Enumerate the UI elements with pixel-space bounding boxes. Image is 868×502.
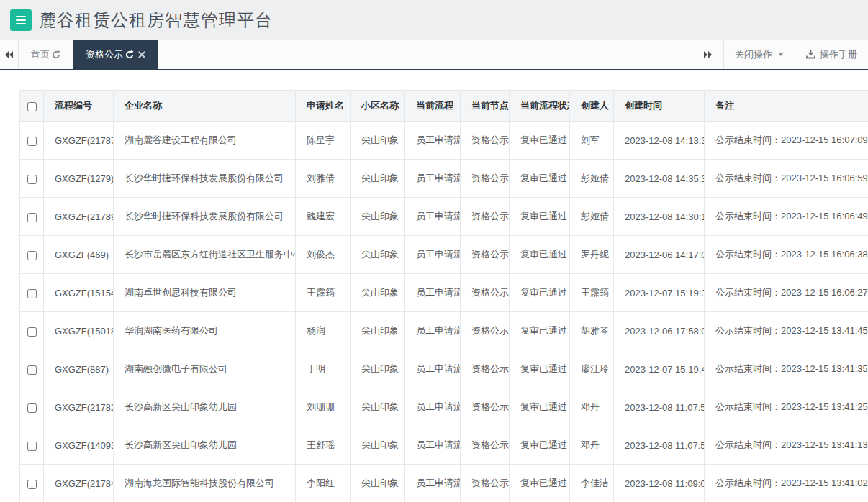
app-header: 麓谷租赁公租房智慧管理平台 xyxy=(0,0,868,40)
table-cell: 魏建宏 xyxy=(296,198,351,236)
table-cell: 李佳洁 xyxy=(570,465,614,502)
table-cell: 员工申请流程 xyxy=(405,160,461,198)
table-cell: 尖山印象 xyxy=(351,274,405,312)
table-cell: 长沙高新区尖山印象幼儿园 xyxy=(114,426,296,465)
tab-label: 首页 xyxy=(31,48,50,61)
row-select-cell xyxy=(20,274,44,312)
table-cell: 复审已通过 xyxy=(510,122,570,160)
column-header: 流程编号 xyxy=(44,91,114,122)
table-cell: 公示结束时间：2023-12-15 13:41:35 xyxy=(705,350,868,388)
table-cell: 彭娅倩 xyxy=(570,198,614,236)
tab-qualification-publicity[interactable]: 资格公示 xyxy=(73,40,158,69)
table-cell: 尖山印象 xyxy=(351,236,405,274)
table-row: GXGZF(14093)长沙高新区尖山印象幼儿园王舒瑶尖山印象员工申请流程资格公… xyxy=(20,426,868,465)
row-checkbox[interactable] xyxy=(27,480,37,489)
table-cell: 公示结束时间：2023-12-15 13:41:45 xyxy=(705,312,868,350)
close-operations-dropdown[interactable]: 关闭操作 xyxy=(723,40,795,69)
row-checkbox[interactable] xyxy=(27,251,37,260)
table-cell: 资格公示 xyxy=(461,426,510,465)
refresh-icon[interactable] xyxy=(52,50,60,59)
table-cell: 湖南麓谷建设工程有限公司 xyxy=(114,122,296,160)
table-cell: GXGZF(21784) xyxy=(44,465,114,502)
column-header: 企业名称 xyxy=(114,91,296,122)
tabs-container: 首页 资格公示 xyxy=(19,40,158,69)
row-checkbox[interactable] xyxy=(27,327,37,337)
table-cell: 员工申请流程 xyxy=(405,388,461,426)
table-cell: 杨润 xyxy=(296,312,351,350)
tab-home[interactable]: 首页 xyxy=(19,40,73,69)
table-cell: 员工申请流程 xyxy=(405,465,461,502)
column-header: 创建时间 xyxy=(614,91,705,122)
table-cell: 长沙华时捷环保科技发展股份有限公司 xyxy=(114,160,296,198)
table-cell: 罗丹妮 xyxy=(570,236,614,274)
scroll-tabs-right-button[interactable] xyxy=(692,40,723,69)
table-cell: 李阳红 xyxy=(296,465,351,502)
scroll-tabs-left-button[interactable] xyxy=(0,40,19,69)
row-checkbox[interactable] xyxy=(27,365,37,375)
row-checkbox[interactable] xyxy=(27,137,37,146)
table-cell: 复审已通过 xyxy=(510,236,570,274)
table-cell: GXGZF(887) xyxy=(44,350,114,388)
table-cell: 彭娅倩 xyxy=(570,160,614,198)
column-header: 小区名称 xyxy=(351,91,405,122)
table-cell: 湖南融创微电子有限公司 xyxy=(114,350,296,388)
table-row: GXGZF(21784)湖南海龙国际智能科技股份有限公司李阳红尖山印象员工申请流… xyxy=(20,465,868,502)
table-cell: 复审已通过 xyxy=(510,350,570,388)
table-cell: 员工申请流程 xyxy=(405,350,461,388)
refresh-icon[interactable] xyxy=(125,50,134,59)
column-header: 备注 xyxy=(705,91,868,122)
row-checkbox[interactable] xyxy=(27,175,37,184)
table-row: GXGZF(469)长沙市岳麓区东方红街道社区卫生服务中心刘俊杰尖山印象员工申请… xyxy=(20,236,868,274)
menu-button[interactable] xyxy=(10,9,32,31)
table-cell: 资格公示 xyxy=(461,198,510,236)
operation-manual-button[interactable]: 操作手册 xyxy=(795,40,868,69)
column-header: 当前节点 xyxy=(461,91,510,122)
table-cell: 复审已通过 xyxy=(510,312,570,350)
select-all-checkbox[interactable] xyxy=(27,102,37,111)
table-cell: 长沙市岳麓区东方红街道社区卫生服务中心 xyxy=(114,236,296,274)
table-cell: GXGZF(14093) xyxy=(44,426,114,465)
table-cell: 胡雅琴 xyxy=(570,312,614,350)
table-cell: 2023-12-08 11:07:59 xyxy=(614,426,705,465)
row-select-cell xyxy=(20,122,44,160)
row-checkbox[interactable] xyxy=(27,289,37,298)
table-cell: 2023-12-08 14:13:32 xyxy=(614,122,705,160)
table-cell: 公示结束时间：2023-12-15 16:06:27 xyxy=(705,274,868,312)
table-cell: 王舒瑶 xyxy=(296,426,351,465)
table-cell: 公示结束时间：2023-12-15 16:06:38 xyxy=(705,236,868,274)
table-cell: 尖山印象 xyxy=(351,312,405,350)
double-chevron-left-icon xyxy=(4,50,14,59)
column-header: 申请姓名 xyxy=(296,91,351,122)
table-cell: 廖江玲 xyxy=(570,350,614,388)
caret-down-icon xyxy=(778,53,784,56)
table-cell: 员工申请流程 xyxy=(405,426,461,465)
table-row: GXGZF(21782)长沙高新区尖山印象幼儿园刘珊珊尖山印象员工申请流程资格公… xyxy=(20,388,868,426)
table-cell: 员工申请流程 xyxy=(405,122,461,160)
row-checkbox[interactable] xyxy=(27,442,37,451)
records-table: 流程编号企业名称申请姓名小区名称当前流程当前节点当前流程状态创建人创建时间备注 … xyxy=(19,90,868,502)
row-select-cell xyxy=(20,465,44,502)
row-checkbox[interactable] xyxy=(27,213,37,222)
operation-manual-label: 操作手册 xyxy=(820,48,857,61)
table-cell: 尖山印象 xyxy=(351,350,405,388)
table-cell: 2023-12-08 11:07:58 xyxy=(614,388,705,426)
table-cell: 尖山印象 xyxy=(351,426,405,465)
close-icon[interactable] xyxy=(138,51,145,58)
table-cell: 邓丹 xyxy=(570,426,614,465)
table-cell: 王霹筠 xyxy=(296,274,351,312)
row-checkbox[interactable] xyxy=(27,403,37,413)
row-select-cell xyxy=(20,160,44,198)
table-cell: 复审已通过 xyxy=(510,160,570,198)
table-cell: 公示结束时间：2023-12-15 13:41:25 xyxy=(705,388,868,426)
table-cell: 长沙高新区尖山印象幼儿园 xyxy=(114,388,296,426)
double-chevron-right-icon xyxy=(703,50,713,59)
table-cell: 刘珊珊 xyxy=(296,388,351,426)
table-cell: 资格公示 xyxy=(461,312,510,350)
table-cell: GXGZF(1279) xyxy=(44,160,114,198)
table-cell: 资格公示 xyxy=(461,122,510,160)
table-row: GXGZF(21789)长沙华时捷环保科技发展股份有限公司魏建宏尖山印象员工申请… xyxy=(20,198,868,236)
hamburger-icon xyxy=(16,16,26,24)
table-cell: 复审已通过 xyxy=(510,198,570,236)
table-cell: 员工申请流程 xyxy=(405,236,461,274)
table-cell: 资格公示 xyxy=(461,274,510,312)
